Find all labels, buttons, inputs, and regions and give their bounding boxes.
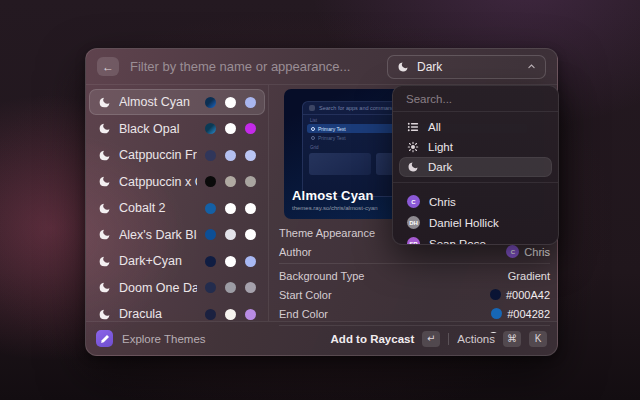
- theme-name: Catppuccin x Gruv...: [119, 175, 197, 189]
- author-avatar: SR: [407, 237, 420, 245]
- color-dot: [245, 150, 256, 161]
- color-dot: [205, 97, 216, 108]
- k-key-icon: K: [529, 331, 547, 347]
- color-dot: [245, 229, 256, 240]
- theme-list: Almost Cyan Black Opal Catppuccin Frappe…: [86, 85, 269, 321]
- theme-name: Alex's Dark Blue 600: [119, 228, 197, 242]
- color-dot: [205, 309, 216, 320]
- appearance-option-light[interactable]: Light: [399, 137, 552, 157]
- author-option-daniel-hollick[interactable]: DH Daniel Hollick: [399, 212, 552, 233]
- moon-icon: [98, 96, 111, 109]
- color-dot: [245, 282, 256, 293]
- list-icon: [407, 121, 419, 133]
- top-bar: ← Filter by theme name or appearance... …: [86, 49, 557, 85]
- back-button[interactable]: ←: [97, 57, 119, 76]
- theme-list-item-alex-s-dark-blue-600[interactable]: Alex's Dark Blue 600: [89, 222, 265, 248]
- color-dot: [245, 97, 256, 108]
- dropdown-search-input[interactable]: Search...: [393, 86, 558, 112]
- option-label: Dark: [428, 161, 452, 173]
- detail-row-background-type: Background Type Gradient: [279, 266, 550, 285]
- option-label: All: [428, 121, 441, 133]
- chevron-up-icon: [527, 62, 536, 71]
- detail-label: Start Color: [279, 289, 490, 301]
- color-dot: [225, 309, 236, 320]
- theme-list-item-cobalt-2[interactable]: Cobalt 2: [89, 195, 265, 221]
- detail-label: Author: [279, 246, 506, 258]
- footer-divider: [448, 333, 449, 345]
- author-avatar: C: [407, 195, 420, 208]
- color-dot: [225, 203, 236, 214]
- theme-color-dots: [205, 150, 256, 161]
- author-name: Daniel Hollick: [429, 217, 499, 229]
- color-dot: [225, 123, 236, 134]
- author-name: Chris: [429, 196, 456, 208]
- color-dot: [225, 256, 236, 267]
- moon-icon: [407, 161, 419, 173]
- enter-key-icon: ↵: [422, 331, 440, 347]
- preview-search-placeholder: Search for apps and commands...: [319, 105, 402, 111]
- moon-icon: [98, 122, 111, 135]
- theme-color-dots: [205, 229, 256, 240]
- theme-color-dots: [205, 256, 256, 267]
- theme-list-item-catppuccin-x-gruv[interactable]: Catppuccin x Gruv...: [89, 169, 265, 195]
- theme-name: Cobalt 2: [119, 201, 197, 215]
- detail-label: End Color: [279, 308, 491, 320]
- color-dot: [245, 203, 256, 214]
- moon-icon: [397, 61, 409, 73]
- detail-value: #004282: [507, 308, 550, 320]
- moon-icon: [98, 228, 111, 241]
- sun-icon: [407, 141, 419, 153]
- moon-icon: [98, 281, 111, 294]
- extension-name-label: Explore Themes: [122, 333, 206, 345]
- appearance-selected-label: Dark: [417, 60, 442, 74]
- add-to-raycast-button[interactable]: Add to Raycast: [331, 333, 415, 345]
- appearance-option-all[interactable]: All: [399, 117, 552, 137]
- theme-list-item-black-opal[interactable]: Black Opal: [89, 116, 265, 142]
- theme-list-item-dark-cyan[interactable]: Dark+Cyan: [89, 248, 265, 274]
- appearance-option-dark[interactable]: Dark: [399, 157, 552, 177]
- theme-color-dots: [205, 176, 256, 187]
- theme-name: Black Opal: [119, 122, 197, 136]
- theme-color-dots: [205, 309, 256, 320]
- filter-input[interactable]: Filter by theme name or appearance...: [130, 59, 376, 74]
- moon-icon: [98, 255, 111, 268]
- color-dot: [245, 176, 256, 187]
- detail-row-start-color: Start Color #000A42: [279, 285, 550, 304]
- theme-name: Dracula: [119, 307, 197, 321]
- color-dot: [205, 229, 216, 240]
- color-swatch: [491, 308, 502, 319]
- theme-name: Catppuccin Frappe: [119, 148, 197, 162]
- actions-button[interactable]: Actions: [457, 333, 495, 345]
- preview-row-icon: [311, 127, 315, 131]
- preview-theme-title: Almost Cyan: [292, 188, 378, 203]
- color-dot: [205, 150, 216, 161]
- appearance-dropdown-panel: Search... All Light Dark C Chris DH Dani…: [392, 85, 559, 245]
- theme-color-dots: [205, 97, 256, 108]
- author-name: Sean Rose: [429, 238, 486, 246]
- appearance-options: All Light Dark: [393, 112, 558, 179]
- theme-color-dots: [205, 282, 256, 293]
- author-option-sean-rose[interactable]: SR Sean Rose: [399, 233, 552, 245]
- theme-list-item-doom-one-dark[interactable]: Doom One Dark: [89, 275, 265, 301]
- color-dot: [245, 256, 256, 267]
- author-option-chris[interactable]: C Chris: [399, 191, 552, 212]
- appearance-dropdown-trigger[interactable]: Dark: [387, 55, 546, 79]
- color-dot: [225, 97, 236, 108]
- author-options: C Chris DH Daniel Hollick SR Sean Rose: [393, 186, 558, 245]
- moon-icon: [98, 149, 111, 162]
- detail-divider: [279, 263, 550, 264]
- color-dot: [225, 176, 236, 187]
- theme-list-item-almost-cyan[interactable]: Almost Cyan: [89, 89, 265, 115]
- back-arrow-icon: ←: [102, 61, 114, 73]
- option-label: Light: [428, 141, 453, 153]
- color-dot: [245, 309, 256, 320]
- theme-name: Almost Cyan: [119, 95, 197, 109]
- color-dot: [205, 282, 216, 293]
- moon-icon: [98, 175, 111, 188]
- color-dot: [225, 282, 236, 293]
- color-dot: [225, 150, 236, 161]
- dropdown-divider: [393, 182, 558, 183]
- color-dot: [245, 123, 256, 134]
- theme-list-item-catppuccin-frappe[interactable]: Catppuccin Frappe: [89, 142, 265, 168]
- theme-color-dots: [205, 123, 256, 134]
